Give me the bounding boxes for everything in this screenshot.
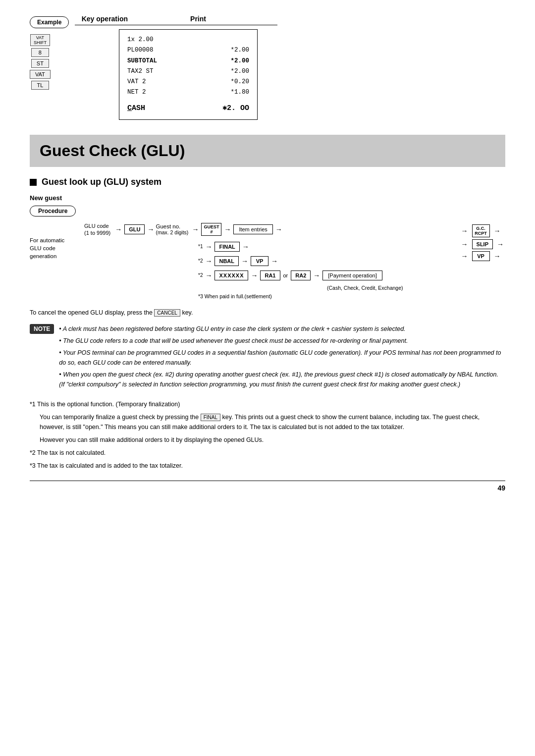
- arrow-5: →: [275, 225, 282, 233]
- guest-no-label: Guest no.(max. 2 digits): [156, 223, 188, 235]
- tl-key: TL: [31, 81, 49, 90]
- receipt-cell: *0.20: [230, 77, 249, 87]
- slip-row: → SLIP →: [460, 239, 505, 249]
- flow-row-main: GLU code(1 to 9999) → GLU → Guest no.(ma…: [84, 222, 452, 237]
- xxxxxx-box: XXXXXX: [214, 270, 248, 280]
- note-badge: NOTE: [30, 324, 54, 334]
- print-receipt: 1x 2.00 PL00008 *2.00 SUBTOTAL *2.00 TAX…: [119, 29, 258, 120]
- star2a-label: *2: [198, 258, 203, 264]
- or-label: or: [283, 272, 288, 278]
- vp-box-right: VP: [472, 251, 490, 261]
- arrow-gcrcpt: →: [461, 227, 468, 235]
- st-key: ST: [31, 59, 49, 68]
- arrow-vp2: →: [461, 252, 468, 260]
- slip-box: SLIP: [472, 239, 493, 249]
- receipt-row-4: TAX2 ST *2.00: [127, 66, 249, 77]
- arrow-slip: →: [461, 240, 468, 248]
- flow-row-payment: *2 → XXXXXX → RA1 or RA2 → [Payment oper…: [198, 270, 452, 280]
- arrow-vp: →: [271, 257, 278, 265]
- footnote-3: *3 The tax is calculated and is added to…: [30, 461, 505, 471]
- payment-sub-note: (Cash, Check, Credit, Exchange): [327, 285, 452, 291]
- right-col-boxes: → G.C.RCPT → → SLIP → → VP →: [460, 224, 505, 261]
- arrow-nbal2: →: [241, 257, 248, 265]
- note-item-4: When you open the guest check (ex. #2) d…: [59, 370, 505, 389]
- cancel-note: To cancel the opened GLU display, press …: [30, 309, 505, 316]
- arrow-xx: →: [205, 271, 212, 279]
- final-box: FINAL: [214, 242, 239, 252]
- receipt-row-6: NET 2 *1.80: [127, 87, 249, 98]
- receipt-cell: VAT 2: [127, 77, 146, 87]
- star2b-label: *2: [198, 272, 203, 278]
- note-item-1: A clerk must has been registered before …: [59, 324, 505, 334]
- guest-hash-box: GUEST#: [201, 223, 221, 236]
- settlement-note: *3 When paid in full.(settlement): [198, 293, 452, 299]
- receipt-cell: SUBTOTAL: [127, 56, 157, 66]
- receipt-cell: NET 2: [127, 87, 146, 98]
- cancel-key: CANCEL: [154, 309, 180, 317]
- vat-key: VAT: [30, 70, 51, 79]
- page-number: 49: [30, 481, 505, 492]
- receipt-row-3: SUBTOTAL *2.00: [127, 56, 249, 66]
- arrow-ra: →: [251, 271, 258, 279]
- footnote-2: *2 The tax is not calculated.: [30, 448, 505, 458]
- procedure-button[interactable]: Procedure: [30, 206, 76, 216]
- receipt-row-2: PL00008 *2.00: [127, 45, 249, 55]
- print-col: Print 1x 2.00 PL00008 *2.00 SUBTOTAL *2.…: [119, 15, 277, 120]
- arrow-final2: →: [242, 243, 249, 251]
- arrow-nbal: →: [205, 257, 212, 265]
- item-entries-bracket: Item entries: [233, 224, 272, 234]
- arrow-final: →: [205, 243, 212, 251]
- star1-label: *1: [198, 244, 203, 249]
- receipt-cell: *2.00: [230, 56, 249, 66]
- glu-box: GLU: [124, 224, 145, 234]
- vp-row: → VP →: [460, 251, 505, 261]
- guest-check-title: Guest Check (GLU): [40, 142, 495, 160]
- arrow-1: →: [115, 225, 122, 233]
- eight-key: 8: [31, 48, 49, 57]
- arrow-gcrcpt2: →: [494, 227, 501, 235]
- vp-box-mid: VP: [251, 256, 268, 266]
- example-badge: Example: [30, 16, 69, 28]
- receipt-cell: TAX2 ST: [127, 66, 154, 77]
- note-item-3: Your POS terminal can be programmed GLU …: [59, 348, 505, 368]
- arrow-4: →: [224, 225, 231, 233]
- key-items: VATSHIFT 8 ST VAT TL: [30, 34, 51, 90]
- flow-row-final: *1 → FINAL →: [198, 242, 452, 252]
- arrow-vp3: →: [494, 252, 501, 260]
- subsection-heading: Guest look up (GLU) system: [42, 177, 161, 187]
- glu-code-label: GLU code(1 to 9999): [84, 222, 110, 237]
- receipt-cell: *1.80: [230, 87, 249, 98]
- receipt-cell: *2.00: [230, 45, 249, 55]
- receipt-cell: PL00008: [127, 45, 154, 55]
- print-header: Print: [119, 15, 277, 25]
- footnote1-label: *1 This is the optional function. (Tempo…: [30, 401, 180, 408]
- ra2-box: RA2: [291, 270, 311, 280]
- flowchart-area: For automatic GLU code generation GLU co…: [30, 222, 505, 299]
- footnote1-add-orders: However you can still make additional or…: [40, 436, 264, 443]
- flow-container: GLU code(1 to 9999) → GLU → Guest no.(ma…: [84, 222, 505, 299]
- nbal-box: NBAL: [214, 256, 239, 266]
- note-item-2: The GLU code refers to a code that will …: [59, 336, 505, 346]
- cancel-note-pre: To cancel the opened GLU display, press …: [30, 309, 153, 316]
- cancel-note-post: key.: [182, 309, 193, 316]
- example-section: Example Key operation VATSHIFT 8 ST VAT …: [30, 15, 505, 120]
- receipt-cell: 1x 2.00: [127, 35, 154, 45]
- payment-bracket: [Payment operation]: [322, 270, 382, 280]
- footnotes: *1 This is the optional function. (Tempo…: [30, 399, 505, 471]
- gcrcpt-box: G.C.RCPT: [472, 224, 490, 237]
- arrow-pay: →: [313, 271, 320, 279]
- note-content: A clerk must has been registered before …: [59, 324, 505, 391]
- footnote-1-body: You can temporarily finalize a guest che…: [40, 412, 505, 432]
- receipt-cell: *2.00: [230, 66, 249, 77]
- arrow-2: →: [147, 225, 154, 233]
- note-section: NOTE A clerk must has been registered be…: [30, 324, 505, 391]
- footnote1-text: You can temporarily finalize a guest che…: [40, 414, 201, 421]
- footnote-1-header: *1 This is the optional function. (Tempo…: [30, 399, 505, 409]
- footnote-1-text3: However you can still make additional or…: [40, 435, 505, 445]
- subsection-title: Guest look up (GLU) system: [30, 177, 505, 187]
- vat-shift-key: VATSHIFT: [30, 34, 50, 46]
- gcrcpt-row: → G.C.RCPT →: [460, 224, 505, 237]
- receipt-cash-value: ✱2. OO: [222, 102, 249, 115]
- flow-subrows: *1 → FINAL → *2 → NBAL → VP →: [198, 242, 452, 299]
- auto-glu-note: For automatic GLU code generation: [30, 236, 74, 260]
